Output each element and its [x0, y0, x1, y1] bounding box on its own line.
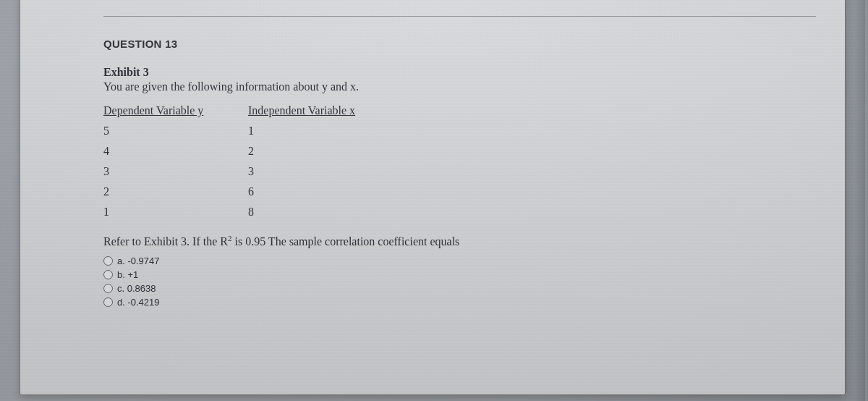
cell-x: 2	[248, 141, 407, 161]
exhibit-intro: You are given the following information …	[103, 80, 801, 93]
table-header-row: Dependent Variable y Independent Variabl…	[103, 101, 801, 121]
option-c[interactable]: c. 0.8638	[103, 282, 801, 295]
option-a-label[interactable]: a. -0.9747	[117, 256, 160, 266]
divider	[103, 16, 816, 17]
radio-a[interactable]	[103, 256, 113, 266]
prompt-post: is 0.95 The sample correlation coefficie…	[231, 235, 459, 248]
option-a[interactable]: a. -0.9747	[103, 254, 801, 268]
question-number: QUESTION 13	[103, 38, 801, 50]
cell-y: 2	[103, 182, 248, 202]
cell-x: 8	[248, 202, 407, 222]
question-content: QUESTION 13 Exhibit 3 You are given the …	[103, 38, 801, 309]
cell-y: 5	[103, 121, 248, 141]
cell-x: 3	[248, 161, 407, 182]
screen-right-shadow	[855, 0, 865, 401]
prompt-pre: Refer to Exhibit 3. If the R	[103, 235, 228, 248]
option-c-label[interactable]: c. 0.8638	[117, 283, 156, 294]
cell-y: 3	[103, 161, 248, 182]
cell-x: 6	[248, 182, 407, 202]
exhibit-block: Exhibit 3 You are given the following in…	[103, 66, 801, 222]
cell-y: 4	[103, 141, 248, 161]
option-b-label[interactable]: b. +1	[117, 269, 138, 280]
cell-x: 1	[248, 121, 407, 141]
answer-options: a. -0.9747 b. +1 c. 0.8638 d. -0.4219	[103, 254, 801, 309]
table-row: 3 3	[103, 161, 801, 182]
question-card: QUESTION 13 Exhibit 3 You are given the …	[20, 0, 845, 394]
option-d[interactable]: d. -0.4219	[103, 295, 801, 309]
option-d-label[interactable]: d. -0.4219	[117, 297, 160, 308]
col-header-y: Dependent Variable y	[103, 101, 248, 121]
radio-d[interactable]	[103, 297, 113, 307]
exhibit-title: Exhibit 3	[103, 66, 801, 79]
radio-c[interactable]	[103, 284, 113, 293]
option-b[interactable]: b. +1	[103, 268, 801, 282]
table-row: 2 6	[103, 182, 801, 202]
question-prompt: Refer to Exhibit 3. If the R2 is 0.95 Th…	[103, 234, 801, 248]
radio-b[interactable]	[103, 270, 113, 279]
col-header-x: Independent Variable x	[248, 101, 407, 121]
table-row: 5 1	[103, 121, 801, 141]
cell-y: 1	[103, 202, 248, 222]
table-row: 1 8	[103, 202, 801, 222]
table-row: 4 2	[103, 141, 801, 161]
